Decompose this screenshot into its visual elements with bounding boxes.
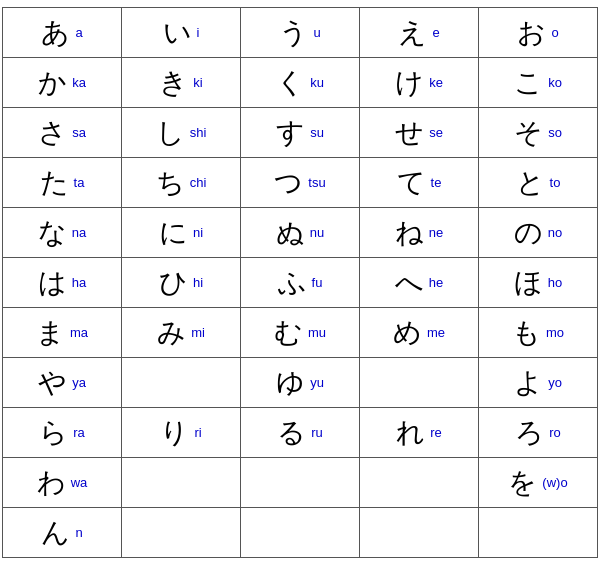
cell-content-r6-c4: もmo [483, 314, 593, 352]
cell-content-r5-c3: へhe [364, 264, 474, 302]
cell-content-r0-c3: えe [364, 14, 474, 52]
kana-r6-c4: も [512, 314, 541, 352]
cell-r9-c1 [122, 458, 241, 508]
kana-r7-c0: や [38, 364, 67, 402]
kana-r9-c4: を [508, 464, 537, 502]
cell-content-r2-c3: せse [364, 114, 474, 152]
cell-r3-c3: てte [360, 158, 479, 208]
roman-r3-c1: chi [190, 175, 207, 190]
cell-content-r10-c0: んn [7, 514, 117, 552]
cell-content-r1-c4: こko [483, 64, 593, 102]
roman-r8-c3: re [430, 425, 442, 440]
kana-r6-c2: む [274, 314, 303, 352]
cell-content-r8-c0: らra [7, 414, 117, 452]
cell-r10-c4 [479, 508, 598, 558]
kana-r1-c1: き [159, 64, 188, 102]
cell-r0-c4: おo [479, 8, 598, 58]
roman-r6-c2: mu [308, 325, 326, 340]
roman-r9-c0: wa [71, 475, 88, 490]
cell-r6-c2: むmu [241, 308, 360, 358]
roman-r1-c0: ka [72, 75, 86, 90]
roman-r6-c4: mo [546, 325, 564, 340]
roman-r0-c1: i [197, 25, 200, 40]
cell-r2-c2: すsu [241, 108, 360, 158]
kana-r0-c4: お [517, 14, 546, 52]
kana-r7-c2: ゆ [276, 364, 305, 402]
hiragana-table: あaいiうuえeおoかkaきkiくkuけkeこkoさsaしshiすsuせseそs… [2, 7, 598, 558]
kana-r0-c2: う [279, 14, 308, 52]
kana-r6-c0: ま [36, 314, 65, 352]
cell-r8-c4: ろro [479, 408, 598, 458]
cell-content-r1-c0: かka [7, 64, 117, 102]
cell-content-r0-c0: あa [7, 14, 117, 52]
cell-content-r3-c4: とto [483, 164, 593, 202]
kana-r0-c1: い [163, 14, 192, 52]
cell-content-r9-c4: を(w)o [483, 464, 593, 502]
roman-r2-c1: shi [190, 125, 207, 140]
cell-content-r4-c1: にni [126, 214, 236, 252]
roman-r4-c3: ne [429, 225, 443, 240]
cell-content-r4-c2: ぬnu [245, 214, 355, 252]
cell-content-r6-c0: まma [7, 314, 117, 352]
kana-r6-c1: み [157, 314, 186, 352]
roman-r3-c3: te [431, 175, 442, 190]
roman-r5-c3: he [429, 275, 443, 290]
roman-r8-c1: ri [194, 425, 201, 440]
cell-r5-c1: ひhi [122, 258, 241, 308]
kana-r5-c3: へ [395, 264, 424, 302]
cell-r9-c0: わwa [3, 458, 122, 508]
cell-r9-c3 [360, 458, 479, 508]
cell-content-r5-c4: ほho [483, 264, 593, 302]
cell-content-r7-c2: ゆyu [245, 364, 355, 402]
roman-r4-c4: no [548, 225, 562, 240]
roman-r7-c2: yu [310, 375, 324, 390]
cell-r8-c3: れre [360, 408, 479, 458]
roman-r0-c4: o [551, 25, 558, 40]
cell-r1-c1: きki [122, 58, 241, 108]
cell-content-r5-c2: ふfu [245, 264, 355, 302]
cell-r5-c3: へhe [360, 258, 479, 308]
cell-r0-c3: えe [360, 8, 479, 58]
cell-r9-c2 [241, 458, 360, 508]
cell-r4-c0: なna [3, 208, 122, 258]
kana-r2-c1: し [156, 114, 185, 152]
kana-r5-c2: ふ [278, 264, 307, 302]
kana-r8-c1: り [160, 414, 189, 452]
cell-r6-c4: もmo [479, 308, 598, 358]
roman-r4-c1: ni [193, 225, 203, 240]
kana-r1-c3: け [395, 64, 424, 102]
kana-r9-c0: わ [37, 464, 66, 502]
roman-r2-c2: su [310, 125, 324, 140]
kana-r1-c4: こ [514, 64, 543, 102]
cell-r7-c1 [122, 358, 241, 408]
kana-r3-c2: つ [274, 164, 303, 202]
cell-content-r4-c0: なna [7, 214, 117, 252]
cell-r8-c0: らra [3, 408, 122, 458]
cell-content-r0-c1: いi [126, 14, 236, 52]
kana-r2-c0: さ [38, 114, 67, 152]
cell-r10-c2 [241, 508, 360, 558]
roman-r2-c0: sa [72, 125, 86, 140]
cell-content-r7-c4: よyo [483, 364, 593, 402]
cell-r7-c0: やya [3, 358, 122, 408]
kana-r8-c0: ら [39, 414, 68, 452]
cell-r7-c2: ゆyu [241, 358, 360, 408]
roman-r5-c4: ho [548, 275, 562, 290]
roman-r7-c4: yo [548, 375, 562, 390]
cell-content-r8-c4: ろro [483, 414, 593, 452]
roman-r4-c0: na [72, 225, 86, 240]
roman-r1-c3: ke [429, 75, 443, 90]
roman-r6-c1: mi [191, 325, 205, 340]
kana-r4-c1: に [159, 214, 188, 252]
cell-r6-c3: めme [360, 308, 479, 358]
cell-r3-c4: とto [479, 158, 598, 208]
cell-content-r6-c1: みmi [126, 314, 236, 352]
cell-content-r0-c2: うu [245, 14, 355, 52]
cell-r1-c2: くku [241, 58, 360, 108]
roman-r2-c4: so [548, 125, 562, 140]
kana-r3-c4: と [516, 164, 545, 202]
cell-r6-c1: みmi [122, 308, 241, 358]
cell-r10-c3 [360, 508, 479, 558]
cell-r2-c3: せse [360, 108, 479, 158]
cell-r4-c3: ねne [360, 208, 479, 258]
